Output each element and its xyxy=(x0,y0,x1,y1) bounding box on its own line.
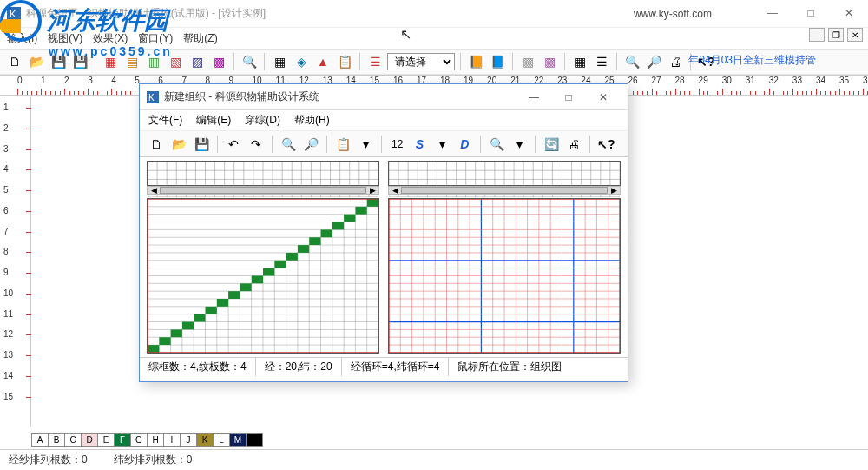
minimize-button[interactable]: — xyxy=(753,0,792,26)
align-icon[interactable]: ☰ xyxy=(365,52,385,71)
menu-input[interactable]: 输入(I) xyxy=(7,31,37,46)
open-file-icon[interactable]: 📂 xyxy=(27,52,46,71)
menu-window[interactable]: 窗口(Y) xyxy=(138,31,173,46)
palette-swatch-E[interactable]: E xyxy=(97,433,115,447)
menu-help[interactable]: 帮助(Z) xyxy=(183,31,217,46)
dialog-close-button[interactable]: ✕ xyxy=(586,85,621,109)
zoom-icon[interactable]: 🔍 xyxy=(240,52,259,71)
paste-icon[interactable]: 📋 xyxy=(335,52,354,71)
palette-swatch-B[interactable]: B xyxy=(48,433,65,447)
dialog-new-icon[interactable]: 🗋 xyxy=(147,135,166,154)
dialog-copy-icon[interactable]: 📋 xyxy=(333,135,352,154)
pattern-c-icon[interactable]: ▥ xyxy=(144,52,163,71)
svg-text:K: K xyxy=(148,93,155,103)
palette-swatch-L[interactable]: L xyxy=(213,433,230,447)
dialog-s-button[interactable]: S xyxy=(410,135,429,154)
palette-swatch-J[interactable]: J xyxy=(180,433,197,447)
palette-swatch-G[interactable]: G xyxy=(130,433,148,447)
main-statusbar: 经纱排列根数：0 纬纱排列根数：0 xyxy=(0,449,868,470)
dialog-menu-threading[interactable]: 穿综(D) xyxy=(245,113,280,128)
scroll-left-arrow-icon[interactable]: ◀ xyxy=(148,187,160,194)
list-icon[interactable]: ☰ xyxy=(592,52,611,71)
dialog-dropdown3-icon[interactable]: ▾ xyxy=(510,135,529,154)
dialog-menu-edit[interactable]: 编辑(E) xyxy=(196,113,231,128)
tieup-panel[interactable] xyxy=(147,198,379,354)
palette-swatch-extra[interactable] xyxy=(246,433,263,447)
texture1-icon[interactable]: ▩ xyxy=(518,52,537,71)
dialog-whatsthis-icon[interactable]: ↖? xyxy=(596,135,615,154)
scroll-left-arrow-icon[interactable]: ◀ xyxy=(389,187,401,194)
palette-swatch-M[interactable]: M xyxy=(229,433,247,447)
status-weft-count: 纬纱排列根数：0 xyxy=(114,453,193,467)
dialog-menubar: 文件(F) 编辑(E) 穿综(D) 帮助(H) xyxy=(140,110,628,131)
dialog-print-icon[interactable]: 🖨 xyxy=(564,135,583,154)
pattern-a-icon[interactable]: ▦ xyxy=(101,52,120,71)
menu-view[interactable]: 视图(V) xyxy=(48,31,82,46)
selector-dropdown[interactable]: 请选择 xyxy=(387,53,455,70)
maximize-button[interactable]: □ xyxy=(792,0,830,26)
drawdown-panel[interactable] xyxy=(388,198,621,354)
dialog-menu-help[interactable]: 帮助(H) xyxy=(294,113,330,128)
color-tool-icon[interactable]: ▲ xyxy=(313,52,332,71)
dialog-body: ◀ ▶ ◀ ▶ xyxy=(140,157,628,357)
palette-swatch-H[interactable]: H xyxy=(147,433,164,447)
dialog-maximize-button[interactable]: □ xyxy=(551,85,586,109)
pattern-f-icon[interactable]: ▩ xyxy=(209,52,228,71)
scrollbar-right[interactable]: ◀ ▶ xyxy=(388,186,621,195)
scroll-right-arrow-icon[interactable]: ▶ xyxy=(366,187,378,194)
mdi-minimize-button[interactable]: — xyxy=(809,28,825,42)
texture2-icon[interactable]: ▩ xyxy=(540,52,559,71)
pattern-b-icon[interactable]: ▤ xyxy=(122,52,141,71)
table-icon[interactable]: ▦ xyxy=(570,52,589,71)
pattern-d-icon[interactable]: ▧ xyxy=(166,52,185,71)
dialog-save-icon[interactable]: 💾 xyxy=(192,135,211,154)
zoom3-icon[interactable]: 🔎 xyxy=(644,52,663,71)
marquee-text: 年04月03日全新三维模持管 xyxy=(688,53,816,68)
grid2-icon[interactable]: ◈ xyxy=(292,52,311,71)
dialog-undo-icon[interactable]: ↶ xyxy=(224,135,243,154)
dialog-minimize-button[interactable]: — xyxy=(516,85,551,109)
palette-swatch-K[interactable]: K xyxy=(196,433,214,447)
new-file-icon[interactable]: 🗋 xyxy=(5,52,24,71)
dialog-redo-icon[interactable]: ↷ xyxy=(247,135,266,154)
palette-swatch-D[interactable]: D xyxy=(81,433,98,447)
svg-rect-107 xyxy=(159,337,170,345)
scrollbar-left[interactable]: ◀ ▶ xyxy=(147,186,379,195)
dialog-zoomout-icon[interactable]: 🔍 xyxy=(279,135,298,154)
scroll-right-arrow-icon[interactable]: ▶ xyxy=(608,187,620,194)
pattern-e-icon[interactable]: ▨ xyxy=(187,52,207,71)
book2-icon[interactable]: 📘 xyxy=(488,52,507,71)
dialog-refresh-icon[interactable]: 🔄 xyxy=(542,135,561,154)
mdi-close-button[interactable]: ✕ xyxy=(847,28,863,42)
svg-rect-113 xyxy=(228,291,240,299)
dialog-dropdown2-icon[interactable]: ▾ xyxy=(432,135,451,154)
dialog-zoomin-icon[interactable]: 🔎 xyxy=(301,135,320,154)
dialog-titlebar[interactable]: K 新建组织 - 科源织物辅助设计系统 — □ ✕ xyxy=(140,84,628,110)
dialog-toolbar: 🗋 📂 💾 ↶ ↷ 🔍 🔎 📋 ▾ 12 S ▾ D 🔍 ▾ 🔄 🖨 ↖? xyxy=(140,131,628,157)
vendor-url: www.ky-soft.com xyxy=(634,8,712,20)
palette-swatch-A[interactable]: A xyxy=(31,433,49,447)
grid1-icon[interactable]: ▦ xyxy=(270,52,289,71)
save-as-icon[interactable]: 💾 xyxy=(70,52,89,71)
mdi-restore-button[interactable]: ❐ xyxy=(828,28,844,42)
palette-swatch-I[interactable]: I xyxy=(163,433,181,447)
scroll-thumb[interactable] xyxy=(401,187,608,194)
save-file-icon[interactable]: 💾 xyxy=(49,52,68,71)
dialog-zoom-tool-icon[interactable]: 🔍 xyxy=(487,135,506,154)
scroll-thumb[interactable] xyxy=(160,187,366,194)
zoom2-icon[interactable]: 🔍 xyxy=(622,52,641,71)
dialog-d-button[interactable]: D xyxy=(455,135,474,154)
svg-rect-122 xyxy=(332,222,344,230)
threading-panel-right[interactable] xyxy=(388,161,621,186)
menu-effects[interactable]: 效果(X) xyxy=(93,31,128,46)
palette-swatch-F[interactable]: F xyxy=(114,433,131,447)
close-button[interactable]: ✕ xyxy=(830,0,868,26)
print-icon[interactable]: 🖨 xyxy=(666,52,685,71)
dialog-open-icon[interactable]: 📂 xyxy=(169,135,188,154)
book1-icon[interactable]: 📙 xyxy=(466,52,485,71)
palette-swatch-C[interactable]: C xyxy=(64,433,82,447)
dialog-menu-file[interactable]: 文件(F) xyxy=(148,113,182,128)
threading-panel-left[interactable] xyxy=(147,161,379,186)
svg-text:K: K xyxy=(10,9,16,19)
dialog-dropdown1-icon[interactable]: ▾ xyxy=(356,135,375,154)
